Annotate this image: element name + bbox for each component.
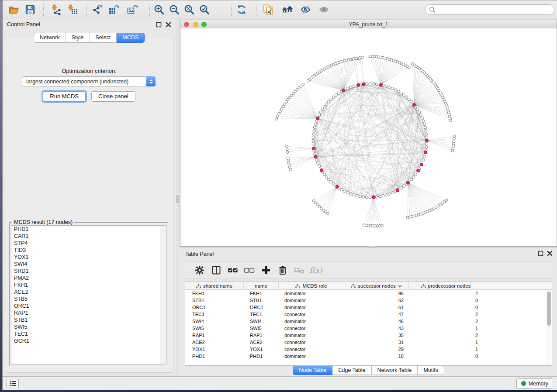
mcds-result-list[interactable]: PHD1CAR1STP4TID3YOX1SWI4SRD1PMA2FKH1ACE2… (11, 225, 166, 364)
horizontal-splitter-grip[interactable] (368, 246, 376, 248)
show-column-panel-icon[interactable] (208, 264, 225, 277)
column-header-name[interactable]: name (244, 282, 279, 290)
network-canvas[interactable] (180, 28, 557, 246)
mcds-result-item[interactable]: TEC1 (11, 330, 166, 337)
export-table-icon[interactable] (108, 3, 120, 15)
mcds-hub-node[interactable] (425, 139, 428, 142)
mcds-result-item[interactable]: FKH1 (11, 282, 166, 289)
mcds-hub-node[interactable] (356, 83, 360, 86)
delete-table-icon[interactable] (291, 264, 308, 277)
network-window-titlebar[interactable]: YPA_prune.txt_1 (180, 20, 557, 28)
mcds-result-item[interactable]: YOX1 (11, 254, 166, 261)
import-network-icon[interactable] (50, 3, 62, 15)
function-builder-icon[interactable]: f(x) (308, 264, 324, 277)
import-table-icon[interactable] (66, 3, 78, 15)
select-all-rows-icon[interactable] (225, 264, 241, 277)
tab-network-table[interactable]: Network Table (372, 366, 418, 375)
column-header-successor-nodes[interactable]: successor nodes (344, 282, 409, 290)
table-row[interactable]: SWI4SWI4dominator462 (185, 318, 546, 325)
table-row[interactable]: TEC1TEC1connector472 (185, 311, 546, 318)
table-row[interactable]: PHD1PHD1dominator180 (185, 353, 546, 360)
mcds-hub-node[interactable] (412, 103, 415, 107)
table-row[interactable]: RAP1RAP1dominator352 (185, 332, 546, 339)
column-header-shared-name[interactable]: shared name (185, 282, 244, 290)
tab-style[interactable]: Style (66, 33, 90, 43)
table-row[interactable]: FKH1FKH1dominator962 (185, 290, 546, 297)
mcds-hub-node[interactable] (417, 169, 420, 172)
node-table[interactable]: shared namenameMCDS rolesuccessor nodesp… (185, 282, 552, 366)
mcds-hub-node[interactable] (314, 155, 317, 158)
mcds-result-item[interactable]: PMA2 (11, 275, 166, 282)
zoom-out-icon[interactable] (168, 3, 180, 15)
run-mcds-button[interactable]: Run MCDS (43, 91, 86, 102)
mcds-hub-node[interactable] (316, 117, 319, 120)
clone-network-icon[interactable] (262, 3, 274, 15)
tab-network[interactable]: Network (34, 33, 66, 43)
deselect-all-rows-icon[interactable] (241, 264, 258, 277)
mcds-result-item[interactable]: SWI5 (11, 323, 166, 330)
table-row[interactable]: SWI5SWI5connector431 (185, 325, 546, 332)
add-column-icon[interactable] (258, 264, 274, 277)
float-panel-icon[interactable] (156, 21, 162, 27)
mcds-hub-node[interactable] (379, 83, 382, 86)
mcds-result-item[interactable]: STP4 (11, 240, 166, 247)
table-options-gear-icon[interactable] (191, 264, 208, 277)
mcds-result-item[interactable]: GCR1 (11, 337, 166, 344)
tab-motifs[interactable]: Motifs (418, 366, 444, 375)
tab-mcds[interactable]: MCDS (117, 33, 145, 43)
tab-select[interactable]: Select (90, 33, 117, 43)
close-panel-icon[interactable] (166, 21, 171, 27)
close-panel-button[interactable]: Close panel (91, 91, 135, 102)
refresh-icon[interactable] (235, 3, 247, 15)
optimization-criterion-dropdown[interactable]: largest connected component (undirected) (22, 76, 156, 86)
table-row[interactable]: ORC1ORC1dominator610 (185, 304, 546, 311)
save-session-icon[interactable] (24, 3, 36, 15)
search-box[interactable] (425, 4, 554, 15)
list-scrollbar[interactable] (160, 226, 166, 364)
task-history-button[interactable] (7, 379, 19, 388)
mcds-hub-node[interactable] (372, 196, 375, 199)
column-header-MCDS-role[interactable]: MCDS role (279, 282, 344, 290)
show-graphics-details-icon[interactable] (318, 3, 330, 15)
mcds-result-item[interactable]: TID3 (11, 247, 166, 254)
mcds-result-item[interactable]: PHD1 (11, 226, 166, 233)
export-network-icon[interactable] (91, 3, 103, 15)
open-session-icon[interactable] (8, 3, 20, 15)
zoom-in-icon[interactable] (153, 3, 165, 15)
table-row[interactable]: STB1STB1dominator620 (185, 297, 546, 304)
mcds-result-item[interactable]: ORC1 (11, 303, 166, 309)
mcds-hub-node[interactable] (420, 163, 423, 166)
mcds-hub-node[interactable] (336, 185, 339, 188)
mcds-hub-node[interactable] (320, 168, 323, 172)
mcds-hub-node[interactable] (362, 83, 365, 86)
export-image-icon[interactable] (126, 3, 138, 15)
float-table-panel-icon[interactable] (538, 250, 543, 256)
mcds-hub-node[interactable] (396, 189, 399, 192)
mcds-hub-node[interactable] (342, 89, 345, 92)
mcds-hub-node[interactable] (424, 151, 427, 154)
mcds-result-item[interactable]: STB1 (11, 316, 166, 323)
table-scrollbar[interactable] (546, 290, 551, 365)
mcds-result-item[interactable]: STB5 (11, 296, 166, 303)
tab-edge-table[interactable]: Edge Table (332, 366, 371, 375)
close-table-panel-icon[interactable] (547, 250, 553, 256)
scrollbar-thumb[interactable] (547, 292, 551, 326)
network-overview-icon[interactable] (281, 3, 293, 15)
column-header-predecessor-nodes[interactable]: predecessor nodes (409, 282, 483, 290)
mcds-result-item[interactable]: RAP1 (11, 309, 166, 316)
mcds-result-item[interactable]: ACE2 (11, 289, 166, 296)
hide-graphics-details-icon[interactable] (300, 3, 311, 15)
mcds-result-item[interactable]: CAR1 (11, 233, 166, 240)
memory-button[interactable]: Memory (516, 378, 553, 389)
zoom-fit-icon[interactable] (183, 3, 195, 15)
mcds-hub-node[interactable] (406, 181, 409, 184)
search-input[interactable] (436, 6, 554, 13)
table-row[interactable]: YOX1YOX1connector291 (185, 346, 546, 353)
delete-column-icon[interactable] (274, 264, 291, 277)
mcds-result-item[interactable]: SWI4 (11, 261, 166, 268)
tab-node-table[interactable]: Node Table (293, 366, 332, 375)
zoom-selected-icon[interactable] (198, 3, 210, 15)
mcds-result-item[interactable]: SRD1 (11, 268, 166, 275)
mcds-hub-node[interactable] (312, 147, 315, 150)
table-row[interactable]: ACE2ACE2connector311 (185, 339, 546, 346)
